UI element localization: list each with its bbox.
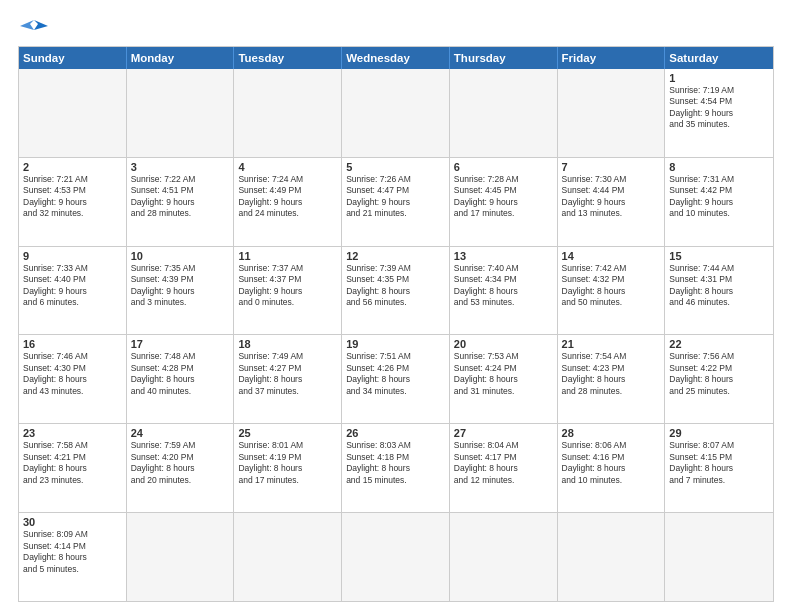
date-number: 15 [669,250,769,262]
cell-info: Sunrise: 7:44 AM Sunset: 4:31 PM Dayligh… [669,263,769,309]
calendar-row-3: 16Sunrise: 7:46 AM Sunset: 4:30 PM Dayli… [19,335,773,424]
weekday-header-wednesday: Wednesday [342,47,450,69]
cell-info: Sunrise: 7:42 AM Sunset: 4:32 PM Dayligh… [562,263,661,309]
date-number: 14 [562,250,661,262]
cell-info: Sunrise: 7:59 AM Sunset: 4:20 PM Dayligh… [131,440,230,486]
calendar-cell: 13Sunrise: 7:40 AM Sunset: 4:34 PM Dayli… [450,247,558,335]
date-number: 25 [238,427,337,439]
calendar-body: 1Sunrise: 7:19 AM Sunset: 4:54 PM Daylig… [19,69,773,601]
cell-info: Sunrise: 7:26 AM Sunset: 4:47 PM Dayligh… [346,174,445,220]
calendar-page: SundayMondayTuesdayWednesdayThursdayFrid… [0,0,792,612]
calendar-cell [342,69,450,157]
calendar-cell: 27Sunrise: 8:04 AM Sunset: 4:17 PM Dayli… [450,424,558,512]
cell-info: Sunrise: 7:21 AM Sunset: 4:53 PM Dayligh… [23,174,122,220]
date-number: 2 [23,161,122,173]
calendar-cell: 17Sunrise: 7:48 AM Sunset: 4:28 PM Dayli… [127,335,235,423]
date-number: 9 [23,250,122,262]
date-number: 6 [454,161,553,173]
date-number: 3 [131,161,230,173]
calendar-cell: 4Sunrise: 7:24 AM Sunset: 4:49 PM Daylig… [234,158,342,246]
weekday-header-monday: Monday [127,47,235,69]
date-number: 19 [346,338,445,350]
calendar-cell: 14Sunrise: 7:42 AM Sunset: 4:32 PM Dayli… [558,247,666,335]
calendar-cell: 28Sunrise: 8:06 AM Sunset: 4:16 PM Dayli… [558,424,666,512]
cell-info: Sunrise: 7:24 AM Sunset: 4:49 PM Dayligh… [238,174,337,220]
calendar-cell: 18Sunrise: 7:49 AM Sunset: 4:27 PM Dayli… [234,335,342,423]
calendar-cell [558,69,666,157]
calendar-cell: 29Sunrise: 8:07 AM Sunset: 4:15 PM Dayli… [665,424,773,512]
calendar-header-row: SundayMondayTuesdayWednesdayThursdayFrid… [19,47,773,69]
date-number: 28 [562,427,661,439]
date-number: 11 [238,250,337,262]
date-number: 18 [238,338,337,350]
weekday-header-thursday: Thursday [450,47,558,69]
header [18,18,774,38]
cell-info: Sunrise: 7:40 AM Sunset: 4:34 PM Dayligh… [454,263,553,309]
cell-info: Sunrise: 7:19 AM Sunset: 4:54 PM Dayligh… [669,85,769,131]
calendar-cell [665,513,773,601]
calendar-cell [234,513,342,601]
calendar-cell: 21Sunrise: 7:54 AM Sunset: 4:23 PM Dayli… [558,335,666,423]
calendar-row-0: 1Sunrise: 7:19 AM Sunset: 4:54 PM Daylig… [19,69,773,158]
date-number: 12 [346,250,445,262]
calendar-cell [234,69,342,157]
calendar-cell: 10Sunrise: 7:35 AM Sunset: 4:39 PM Dayli… [127,247,235,335]
calendar-cell: 5Sunrise: 7:26 AM Sunset: 4:47 PM Daylig… [342,158,450,246]
calendar-cell: 6Sunrise: 7:28 AM Sunset: 4:45 PM Daylig… [450,158,558,246]
calendar-cell [558,513,666,601]
calendar-cell: 7Sunrise: 7:30 AM Sunset: 4:44 PM Daylig… [558,158,666,246]
cell-info: Sunrise: 7:54 AM Sunset: 4:23 PM Dayligh… [562,351,661,397]
date-number: 17 [131,338,230,350]
calendar-cell [342,513,450,601]
calendar-cell: 15Sunrise: 7:44 AM Sunset: 4:31 PM Dayli… [665,247,773,335]
date-number: 21 [562,338,661,350]
weekday-header-sunday: Sunday [19,47,127,69]
date-number: 23 [23,427,122,439]
calendar-cell: 12Sunrise: 7:39 AM Sunset: 4:35 PM Dayli… [342,247,450,335]
calendar-cell: 8Sunrise: 7:31 AM Sunset: 4:42 PM Daylig… [665,158,773,246]
calendar-cell: 30Sunrise: 8:09 AM Sunset: 4:14 PM Dayli… [19,513,127,601]
cell-info: Sunrise: 7:51 AM Sunset: 4:26 PM Dayligh… [346,351,445,397]
calendar-cell: 1Sunrise: 7:19 AM Sunset: 4:54 PM Daylig… [665,69,773,157]
calendar-row-5: 30Sunrise: 8:09 AM Sunset: 4:14 PM Dayli… [19,513,773,601]
date-number: 5 [346,161,445,173]
calendar-cell [450,513,558,601]
svg-marker-1 [20,20,34,30]
calendar: SundayMondayTuesdayWednesdayThursdayFrid… [18,46,774,602]
cell-info: Sunrise: 7:22 AM Sunset: 4:51 PM Dayligh… [131,174,230,220]
logo [18,18,48,38]
calendar-cell: 2Sunrise: 7:21 AM Sunset: 4:53 PM Daylig… [19,158,127,246]
date-number: 13 [454,250,553,262]
weekday-header-friday: Friday [558,47,666,69]
svg-marker-0 [34,20,48,30]
weekday-header-saturday: Saturday [665,47,773,69]
calendar-cell [450,69,558,157]
date-number: 8 [669,161,769,173]
date-number: 24 [131,427,230,439]
calendar-row-1: 2Sunrise: 7:21 AM Sunset: 4:53 PM Daylig… [19,158,773,247]
date-number: 29 [669,427,769,439]
logo-bird-icon [20,16,48,38]
cell-info: Sunrise: 7:53 AM Sunset: 4:24 PM Dayligh… [454,351,553,397]
date-number: 1 [669,72,769,84]
calendar-cell: 24Sunrise: 7:59 AM Sunset: 4:20 PM Dayli… [127,424,235,512]
calendar-cell: 26Sunrise: 8:03 AM Sunset: 4:18 PM Dayli… [342,424,450,512]
cell-info: Sunrise: 8:01 AM Sunset: 4:19 PM Dayligh… [238,440,337,486]
date-number: 22 [669,338,769,350]
calendar-cell [127,69,235,157]
date-number: 27 [454,427,553,439]
cell-info: Sunrise: 7:49 AM Sunset: 4:27 PM Dayligh… [238,351,337,397]
calendar-cell: 9Sunrise: 7:33 AM Sunset: 4:40 PM Daylig… [19,247,127,335]
cell-info: Sunrise: 7:56 AM Sunset: 4:22 PM Dayligh… [669,351,769,397]
calendar-cell: 23Sunrise: 7:58 AM Sunset: 4:21 PM Dayli… [19,424,127,512]
cell-info: Sunrise: 8:09 AM Sunset: 4:14 PM Dayligh… [23,529,122,575]
calendar-cell: 20Sunrise: 7:53 AM Sunset: 4:24 PM Dayli… [450,335,558,423]
weekday-header-tuesday: Tuesday [234,47,342,69]
cell-info: Sunrise: 8:07 AM Sunset: 4:15 PM Dayligh… [669,440,769,486]
calendar-cell: 19Sunrise: 7:51 AM Sunset: 4:26 PM Dayli… [342,335,450,423]
cell-info: Sunrise: 7:46 AM Sunset: 4:30 PM Dayligh… [23,351,122,397]
cell-info: Sunrise: 7:39 AM Sunset: 4:35 PM Dayligh… [346,263,445,309]
date-number: 4 [238,161,337,173]
date-number: 7 [562,161,661,173]
calendar-cell [19,69,127,157]
